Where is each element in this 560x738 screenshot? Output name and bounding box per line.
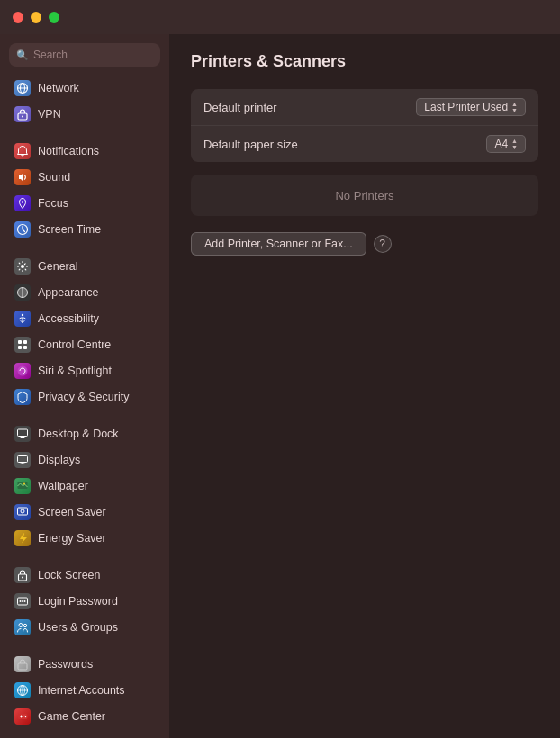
focus-icon <box>14 195 31 212</box>
sidebar-item-internetaccounts[interactable]: Internet Accounts <box>5 678 164 703</box>
svg-point-22 <box>22 577 23 579</box>
search-placeholder: Search <box>33 49 68 61</box>
default-paper-row: Default paper size A4 ▲ ▼ <box>191 126 538 162</box>
sidebar-item-accessibility[interactable]: Accessibility <box>5 306 164 331</box>
default-printer-value: Last Printer Used <box>424 101 508 113</box>
default-paper-select[interactable]: A4 ▲ ▼ <box>486 135 526 153</box>
usersgroups-icon <box>14 619 31 635</box>
svg-point-14 <box>18 366 28 376</box>
passwords-label: Passwords <box>38 658 93 670</box>
svg-point-18 <box>23 483 25 485</box>
sidebar-item-general[interactable]: General <box>5 254 164 279</box>
sidebar-item-privacy[interactable]: Privacy & Security <box>5 384 164 410</box>
select-arrows-paper: ▲ ▼ <box>511 138 518 150</box>
svg-point-7 <box>21 265 24 268</box>
sidebar-item-network[interactable]: Network <box>5 76 164 101</box>
svg-point-28 <box>23 624 26 626</box>
svg-point-9 <box>22 314 23 316</box>
general-icon <box>14 258 31 274</box>
sidebar-item-screensaver[interactable]: Screen Saver <box>5 500 164 525</box>
screentime-icon <box>14 221 31 238</box>
loginpassword-label: Login Password <box>38 595 118 608</box>
screensaver-label: Screen Saver <box>38 506 106 518</box>
sidebar-item-vpn[interactable]: VPN <box>5 102 164 127</box>
controlcentre-icon <box>14 337 31 353</box>
sidebar-item-energysaver[interactable]: Energy Saver <box>5 526 164 551</box>
default-printer-label: Default printer <box>203 101 416 114</box>
help-button[interactable]: ? <box>374 235 392 253</box>
default-printer-row: Default printer Last Printer Used ▲ ▼ <box>191 89 538 126</box>
screentime-label: Screen Time <box>38 223 101 236</box>
displays-icon <box>14 452 31 468</box>
default-printer-select[interactable]: Last Printer Used ▲ ▼ <box>416 98 526 116</box>
sidebar-item-wallpaper[interactable]: Wallpaper <box>5 473 164 499</box>
sidebar-item-appearance[interactable]: Appearance <box>5 280 164 305</box>
sidebar-item-screentime[interactable]: Screen Time <box>5 217 164 242</box>
sidebar-item-notifications[interactable]: Notifications <box>5 139 164 164</box>
sidebar-item-controlcentre[interactable]: Control Centre <box>5 332 164 357</box>
sidebar-item-siri[interactable]: Siri & Spotlight <box>5 358 164 383</box>
maximize-button[interactable] <box>49 12 59 22</box>
search-container: 🔍 Search <box>0 34 169 74</box>
gamecenter-label: Game Center <box>38 710 105 723</box>
internetaccounts-icon <box>14 682 31 698</box>
controlcentre-label: Control Centre <box>38 338 111 351</box>
svg-rect-13 <box>23 346 27 349</box>
svg-point-26 <box>24 600 26 602</box>
notifications-label: Notifications <box>38 145 99 158</box>
accessibility-label: Accessibility <box>38 312 99 325</box>
sidebar-item-passwords[interactable]: Passwords <box>5 652 164 677</box>
sidebar-item-displays[interactable]: Displays <box>5 447 164 472</box>
privacy-icon <box>14 389 31 405</box>
sidebar-item-sound[interactable]: Sound <box>5 165 164 190</box>
add-printer-button[interactable]: Add Printer, Scanner or Fax... <box>191 232 366 256</box>
page-title: Printers & Scanners <box>191 52 538 71</box>
focus-label: Focus <box>38 197 68 210</box>
sidebar-item-desktop[interactable]: Desktop & Dock <box>5 421 164 446</box>
vpn-label: VPN <box>38 108 61 121</box>
svg-point-34 <box>23 716 24 716</box>
title-bar <box>0 0 560 34</box>
sidebar-item-focus[interactable]: Focus <box>5 191 164 216</box>
sidebar-item-lockscreen[interactable]: Lock Screen <box>5 562 164 588</box>
select-arrows-printer: ▲ ▼ <box>511 101 518 113</box>
close-button[interactable] <box>13 12 23 22</box>
svg-point-20 <box>21 509 24 513</box>
lockscreen-icon <box>14 567 31 583</box>
svg-rect-10 <box>18 340 22 344</box>
svg-point-5 <box>22 201 23 202</box>
sidebar-item-usersgroups[interactable]: Users & Groups <box>5 615 164 640</box>
sidebar-item-gamecenter[interactable]: Game Center <box>5 704 164 729</box>
no-printers-text: No Printers <box>335 189 393 202</box>
network-icon <box>14 80 31 96</box>
minimize-button[interactable] <box>31 12 41 22</box>
lockscreen-label: Lock Screen <box>38 569 100 581</box>
notifications-icon <box>14 143 31 159</box>
svg-point-35 <box>25 716 26 717</box>
default-paper-value: A4 <box>494 138 508 150</box>
internetaccounts-label: Internet Accounts <box>38 684 125 697</box>
action-row: Add Printer, Scanner or Fax... ? <box>191 229 538 259</box>
svg-rect-19 <box>18 508 28 515</box>
sidebar-item-loginpassword[interactable]: Login Password <box>5 589 164 614</box>
sidebar-group-network: Network VPN <box>0 74 169 130</box>
energysaver-icon <box>14 530 31 546</box>
displays-label: Displays <box>38 454 80 466</box>
sidebar-group-desktop: Desktop & Dock Displays Wallpaper Screen… <box>0 419 169 554</box>
svg-rect-29 <box>18 663 27 670</box>
siri-icon <box>14 363 31 379</box>
svg-point-25 <box>22 600 23 602</box>
sound-label: Sound <box>38 171 70 184</box>
svg-point-24 <box>20 600 22 602</box>
svg-rect-15 <box>18 429 28 436</box>
svg-rect-11 <box>23 340 27 344</box>
screensaver-icon <box>14 504 31 520</box>
siri-label: Siri & Spotlight <box>38 364 112 377</box>
loginpassword-icon <box>14 593 31 609</box>
search-box[interactable]: 🔍 Search <box>9 43 160 67</box>
vpn-icon <box>14 106 31 122</box>
usersgroups-label: Users & Groups <box>38 621 118 634</box>
sidebar-group-lock: Lock Screen Login Password Users & Group… <box>0 561 169 643</box>
svg-point-4 <box>22 116 23 118</box>
privacy-label: Privacy & Security <box>38 391 129 403</box>
